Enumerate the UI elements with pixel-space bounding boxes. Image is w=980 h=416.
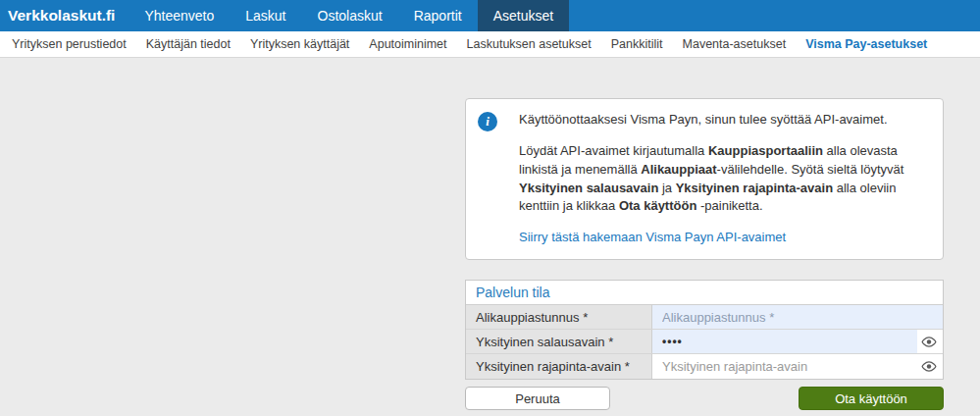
nav-item-asetukset[interactable]: Asetukset xyxy=(478,0,569,31)
info-seg-bold: Yksityinen salausavain xyxy=(519,181,658,195)
info-seg: -painiketta. xyxy=(696,198,762,213)
eye-icon[interactable] xyxy=(920,334,938,350)
private-api-key-input[interactable] xyxy=(652,354,917,379)
info-text: Käyttöönottaaksesi Visma Payn, sinun tul… xyxy=(519,111,929,247)
subnav-item-kayttajan-tiedot[interactable]: Käyttäjän tiedot xyxy=(136,37,240,51)
visma-pay-settings-panel: i Käyttöönottaaksesi Visma Payn, sinun t… xyxy=(465,58,944,410)
subnav-item-laskutuksen-asetukset[interactable]: Laskutuksen asetukset xyxy=(457,37,601,51)
top-navbar: Verkkolaskut.fi Yhteenveto Laskut Ostola… xyxy=(0,0,980,31)
settings-subnav: Yrityksen perustiedot Käyttäjän tiedot Y… xyxy=(0,31,980,58)
private-api-key-label: Yksityinen rajapinta-avain * xyxy=(466,354,652,379)
info-seg: Löydät API-avaimet kirjautumalla xyxy=(519,143,708,158)
table-row: Yksityinen salausavain * xyxy=(466,330,943,354)
submerchant-id-label: Alikauppiastunnus * xyxy=(466,305,652,329)
nav-item-raportit[interactable]: Raportit xyxy=(398,0,478,31)
info-seg-bold: Alikauppiaat xyxy=(641,162,716,177)
subnav-item-maventa-asetukset[interactable]: Maventa-asetukset xyxy=(673,37,797,51)
subnav-item-aputoiminimet[interactable]: Aputoiminimet xyxy=(359,37,456,51)
private-api-key-cell xyxy=(652,354,943,379)
private-secret-key-input[interactable] xyxy=(652,330,917,353)
cancel-button[interactable]: Peruuta xyxy=(465,387,610,410)
button-row: Peruuta Ota käyttöön xyxy=(465,387,944,410)
private-secret-key-cell xyxy=(652,330,943,353)
info-box: i Käyttöönottaaksesi Visma Payn, sinun t… xyxy=(465,98,944,260)
subnav-item-visma-pay-asetukset[interactable]: Visma Pay-asetukset xyxy=(796,37,937,51)
activate-button[interactable]: Ota käyttöön xyxy=(799,387,944,410)
submerchant-id-cell xyxy=(652,305,943,329)
info-icon: i xyxy=(478,112,497,131)
service-status-table: Palvelun tila Alikauppiastunnus * Yksity… xyxy=(465,280,944,380)
eye-icon[interactable] xyxy=(920,358,938,375)
private-secret-key-label: Yksityinen salausavain * xyxy=(466,330,652,353)
brand-logo[interactable]: Verkkolaskut.fi xyxy=(0,0,129,31)
nav-item-laskut[interactable]: Laskut xyxy=(230,0,301,31)
info-paragraph-1: Käyttöönottaaksesi Visma Payn, sinun tul… xyxy=(519,111,929,130)
table-row: Alikauppiastunnus * xyxy=(466,305,943,330)
info-seg-bold: Yksityinen rajapinta-avain xyxy=(676,181,833,195)
info-seg-bold: Kauppiasportaaliin xyxy=(708,143,823,158)
info-paragraph-2: Löydät API-avaimet kirjautumalla Kauppia… xyxy=(519,142,929,216)
subnav-item-yrityksen-kayttajat[interactable]: Yrityksen käyttäjät xyxy=(240,37,359,51)
info-seg: -välilehdelle. Syötä sieltä löytyvät xyxy=(717,162,904,177)
nav-item-yhteenveto[interactable]: Yhteenveto xyxy=(129,0,230,31)
table-title: Palvelun tila xyxy=(466,281,943,305)
info-seg: ja xyxy=(658,181,675,195)
subnav-item-yrityksen-perustiedot[interactable]: Yrityksen perustiedot xyxy=(2,37,136,51)
subnav-item-pankkitilit[interactable]: Pankkitilit xyxy=(601,37,673,51)
nav-item-ostolaskut[interactable]: Ostolaskut xyxy=(302,0,398,31)
submerchant-id-input[interactable] xyxy=(652,305,943,329)
table-row: Yksityinen rajapinta-avain * xyxy=(466,354,943,379)
api-keys-link[interactable]: Siirry tästä hakemaan Visma Payn API-ava… xyxy=(519,229,786,247)
main-area: i Käyttöönottaaksesi Visma Payn, sinun t… xyxy=(0,58,980,416)
info-seg-bold: Ota käyttöön xyxy=(619,198,696,213)
